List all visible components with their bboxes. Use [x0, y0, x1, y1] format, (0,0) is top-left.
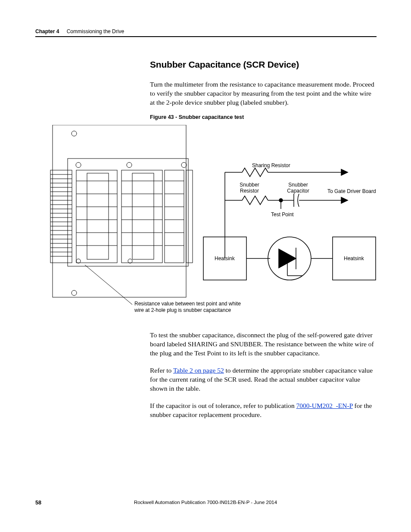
svg-point-2	[72, 290, 77, 296]
paragraph-2: To test the snubber capacitance, disconn…	[150, 331, 377, 358]
figure-caption: Figure 43 - Snubber capacitance test	[150, 114, 244, 120]
label-to-gate-driver: To Gate Driver Board	[327, 189, 376, 195]
circuit-schematic	[199, 151, 380, 297]
link-table-2[interactable]: Table 2 on page 52	[173, 367, 224, 374]
label-heatsink-right: Heatsink	[344, 256, 364, 262]
mechanical-drawing	[35, 125, 199, 306]
footer-publication: Rockwell Automation Publication 7000-IN0…	[0, 500, 411, 505]
svg-point-5	[127, 162, 132, 168]
figure-43: Resistance value between test point and …	[35, 125, 377, 314]
svg-rect-47	[165, 170, 184, 263]
svg-point-4	[76, 162, 81, 168]
svg-rect-3	[68, 159, 188, 266]
svg-line-54	[85, 265, 132, 305]
label-heatsink-left: Heatsink	[215, 256, 235, 262]
paragraph-3: Refer to Table 2 on page 52 to determine…	[150, 366, 377, 393]
section-heading: Snubber Capacitance (SCR Device)	[150, 59, 299, 70]
svg-rect-44	[132, 173, 154, 259]
section-label: Commissioning the Drive	[67, 28, 124, 34]
svg-rect-7	[50, 170, 72, 263]
label-snubber-resistor: SnubberResistor	[230, 182, 269, 194]
chapter-label: Chapter 4	[35, 28, 59, 34]
svg-marker-57	[341, 169, 348, 175]
svg-point-1	[72, 131, 77, 136]
label-sharing-resistor: Sharing Resistor	[252, 163, 290, 169]
running-header: Chapter 4 Commissioning the Drive	[35, 28, 124, 34]
svg-rect-29	[76, 170, 117, 263]
svg-rect-43	[87, 173, 109, 259]
paragraph-1: Turn the multimeter from the resistance …	[150, 80, 377, 107]
link-publication[interactable]: 7000-UM202_-EN-P	[296, 402, 353, 409]
svg-rect-30	[121, 170, 162, 263]
label-test-point: Test Point	[271, 212, 294, 218]
header-rule	[35, 36, 377, 37]
paragraph-4: If the capacitor is out of tolerance, re…	[150, 401, 377, 420]
figure-note: Resistance value between test point and …	[134, 301, 242, 314]
svg-rect-8	[186, 170, 193, 263]
svg-marker-63	[341, 197, 348, 203]
svg-point-6	[181, 162, 187, 168]
svg-rect-0	[53, 125, 186, 297]
label-snubber-capacitor: SnubberCapacitor	[279, 182, 318, 194]
